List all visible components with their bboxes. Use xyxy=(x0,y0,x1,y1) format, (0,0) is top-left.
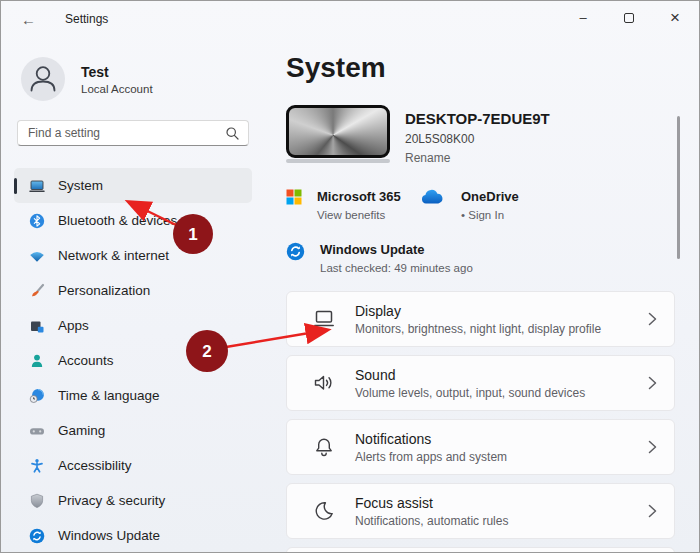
sidebar-item-label: Bluetooth & devices xyxy=(58,213,177,228)
gaming-icon xyxy=(29,423,45,439)
update-title: Windows Update xyxy=(320,242,425,257)
rename-button[interactable]: Rename xyxy=(405,151,550,165)
accounts-icon xyxy=(29,353,45,369)
sidebar: Test Local Account xyxy=(1,37,265,552)
card-display[interactable]: Display Monitors, brightness, night ligh… xyxy=(286,291,675,347)
sidebar-item-network-internet[interactable]: Network & internet xyxy=(14,238,252,273)
card-focus-assist[interactable]: Focus assist Notifications, automatic ru… xyxy=(286,483,675,539)
card-subtitle: Volume levels, output, input, sound devi… xyxy=(355,386,646,400)
sidebar-item-accounts[interactable]: Accounts xyxy=(14,343,252,378)
minimize-icon: – xyxy=(579,10,586,25)
windows-update-icon xyxy=(29,528,45,544)
window-controls: – × xyxy=(560,1,698,34)
microsoft-365-tile[interactable]: Microsoft 365 View benefits xyxy=(286,187,419,221)
onedrive-tile[interactable]: OneDrive • Sign In xyxy=(419,187,519,221)
sign-in-link[interactable]: • Sign In xyxy=(461,209,519,221)
accessibility-icon xyxy=(29,458,45,474)
sidebar-item-label: Windows Update xyxy=(58,528,160,543)
focus-assist-icon xyxy=(312,499,336,523)
sidebar-item-personalization[interactable]: Personalization xyxy=(14,273,252,308)
user-account-type: Local Account xyxy=(81,83,153,95)
sidebar-item-label: Gaming xyxy=(58,423,105,438)
windows-update-icon xyxy=(286,242,305,274)
promo-title: OneDrive xyxy=(461,189,519,204)
avatar xyxy=(21,57,65,101)
notifications-icon xyxy=(312,435,336,459)
search-box xyxy=(17,120,249,146)
sidebar-item-time-language[interactable]: Time & language xyxy=(14,378,252,413)
microsoft-365-icon xyxy=(286,189,302,221)
card-partial-next[interactable] xyxy=(286,547,675,553)
device-model: 20L5S08K00 xyxy=(405,132,550,146)
main-panel: System DESKTOP-7EDUE9T 20L5S08K00 Rename xyxy=(265,37,699,552)
system-icon xyxy=(29,178,45,194)
user-account-row[interactable]: Test Local Account xyxy=(1,47,265,101)
sidebar-item-label: System xyxy=(58,178,103,193)
chevron-right-icon xyxy=(646,503,658,519)
promo-title: Microsoft 365 xyxy=(317,189,401,204)
close-button[interactable]: × xyxy=(652,1,698,34)
card-subtitle: Alerts from apps and system xyxy=(355,450,646,464)
personalization-icon xyxy=(29,283,45,299)
sidebar-item-accessibility[interactable]: Accessibility xyxy=(14,448,252,483)
sidebar-item-label: Privacy & security xyxy=(58,493,165,508)
card-title: Notifications xyxy=(355,431,646,447)
apps-icon xyxy=(29,318,45,334)
windows-update-status[interactable]: Windows Update Last checked: 49 minutes … xyxy=(286,240,675,274)
time-language-icon xyxy=(29,388,45,404)
card-subtitle: Monitors, brightness, night light, displ… xyxy=(355,322,646,336)
device-thumbnail xyxy=(286,105,390,165)
selected-indicator xyxy=(14,178,17,194)
card-subtitle: Notifications, automatic rules xyxy=(355,514,646,528)
page-title: System xyxy=(286,53,675,82)
sidebar-item-windows-update[interactable]: Windows Update xyxy=(14,518,252,553)
sidebar-item-gaming[interactable]: Gaming xyxy=(14,413,252,448)
chevron-right-icon xyxy=(646,375,658,391)
window-title: Settings xyxy=(65,12,108,26)
person-icon xyxy=(21,57,65,101)
device-info-section: DESKTOP-7EDUE9T 20L5S08K00 Rename xyxy=(286,105,675,165)
sidebar-nav: System Bluetooth & devices xyxy=(14,168,252,553)
card-title: Focus assist xyxy=(355,495,646,511)
promo-row: Microsoft 365 View benefits OneDrive • S… xyxy=(286,187,675,221)
device-base xyxy=(286,159,390,163)
sound-icon xyxy=(312,371,336,395)
scrollbar-thumb[interactable] xyxy=(677,116,680,259)
back-arrow-icon: ← xyxy=(21,11,36,28)
settings-window: ← Settings – × Test Local Account xyxy=(0,0,700,553)
sidebar-item-bluetooth-devices[interactable]: Bluetooth & devices xyxy=(14,203,252,238)
sidebar-item-label: Apps xyxy=(58,318,89,333)
close-icon: × xyxy=(670,8,680,28)
device-screen-image xyxy=(286,105,390,158)
sidebar-item-label: Accounts xyxy=(58,353,114,368)
card-title: Display xyxy=(355,303,646,319)
sidebar-item-system[interactable]: System xyxy=(14,168,252,203)
sidebar-item-privacy-security[interactable]: Privacy & security xyxy=(14,483,252,518)
sidebar-item-apps[interactable]: Apps xyxy=(14,308,252,343)
chevron-right-icon xyxy=(646,311,658,327)
maximize-button[interactable] xyxy=(606,1,652,34)
sidebar-item-label: Network & internet xyxy=(58,248,169,263)
onedrive-cloud-icon xyxy=(419,189,446,221)
maximize-icon xyxy=(624,13,634,23)
sidebar-item-label: Personalization xyxy=(58,283,150,298)
update-last-checked: Last checked: 49 minutes ago xyxy=(320,262,473,274)
sidebar-item-label: Time & language xyxy=(58,388,160,403)
settings-card-list: Display Monitors, brightness, night ligh… xyxy=(286,291,675,553)
search-input[interactable] xyxy=(18,126,225,140)
chevron-right-icon xyxy=(646,439,658,455)
card-sound[interactable]: Sound Volume levels, output, input, soun… xyxy=(286,355,675,411)
card-notifications[interactable]: Notifications Alerts from apps and syste… xyxy=(286,419,675,475)
network-icon xyxy=(29,248,45,264)
privacy-security-icon xyxy=(29,493,45,509)
sidebar-item-label: Accessibility xyxy=(58,458,132,473)
display-icon xyxy=(312,307,336,331)
minimize-button[interactable]: – xyxy=(560,1,606,34)
card-title: Sound xyxy=(355,367,646,383)
device-name: DESKTOP-7EDUE9T xyxy=(405,110,550,127)
search-icon xyxy=(225,126,248,140)
user-name: Test xyxy=(81,64,153,80)
back-button[interactable]: ← xyxy=(21,11,43,28)
bluetooth-icon xyxy=(29,213,45,229)
view-benefits-link[interactable]: View benefits xyxy=(317,209,401,221)
